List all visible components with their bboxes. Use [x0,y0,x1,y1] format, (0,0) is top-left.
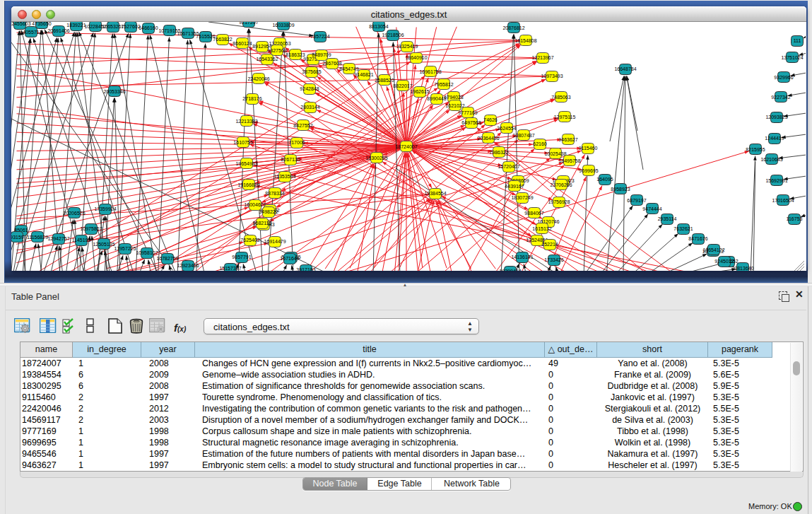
svg-text:93159: 93159 [11,235,24,240]
svg-text:7663822: 7663822 [213,37,232,42]
svg-text:1610755: 1610755 [233,140,252,145]
svg-text:20691406: 20691406 [47,28,69,33]
svg-text:8489709: 8489709 [312,52,331,57]
svg-text:2718176: 2718176 [242,96,261,101]
svg-text:6879197: 6879197 [627,198,646,203]
svg-text:6497568: 6497568 [461,120,481,125]
svg-text:10975867: 10975867 [80,226,102,231]
svg-text:9242848: 9242848 [300,86,319,91]
svg-text:12505135: 12505135 [93,242,114,247]
svg-text:22420046: 22420046 [247,76,269,81]
svg-text:8186323: 8186323 [286,52,305,57]
svg-text:1621022: 1621022 [445,103,464,108]
svg-text:9245012: 9245012 [714,259,734,264]
svg-text:19756928: 19756928 [548,199,570,204]
svg-text:16154808: 16154808 [514,38,536,43]
svg-text:16004676: 16004676 [244,202,266,207]
svg-text:9884067: 9884067 [524,211,543,216]
svg-text:8267130: 8267130 [281,157,300,162]
svg-text:19384554: 19384554 [424,191,446,196]
svg-text:18495758: 18495758 [558,158,580,163]
svg-text:20813640: 20813640 [731,266,753,271]
svg-text:12213967: 12213967 [531,55,553,60]
svg-text:8215955: 8215955 [746,147,765,152]
svg-text:1571644: 1571644 [280,256,299,261]
svg-text:9463627: 9463627 [558,137,577,142]
svg-text:9329966: 9329966 [774,75,793,80]
svg-text:16033809: 16033809 [272,23,294,28]
svg-text:3875685: 3875685 [302,69,321,74]
svg-text:717006: 717006 [288,140,305,145]
svg-text:15720407: 15720407 [498,164,519,169]
svg-text:164095: 164095 [596,177,613,182]
svg-text:7986322: 7986322 [489,150,508,155]
svg-text:3917183: 3917183 [296,267,315,271]
svg-text:3624554: 3624554 [497,126,516,131]
svg-text:12975115: 12975115 [554,115,576,119]
svg-text:8958923: 8958923 [611,187,630,192]
svg-text:23706266: 23706266 [550,182,572,187]
svg-text:19299464: 19299464 [499,269,521,271]
svg-text:10025438: 10025438 [544,151,566,156]
svg-text:22455603: 22455603 [11,22,31,26]
svg-text:4439167: 4439167 [505,184,524,189]
svg-text:10807487: 10807487 [512,133,534,138]
svg-text:8454749: 8454749 [339,66,358,71]
svg-text:1615132: 1615132 [532,226,551,231]
svg-text:252214: 252214 [541,242,558,247]
svg-text:8427552: 8427552 [293,123,312,128]
svg-text:11325419: 11325419 [396,44,418,49]
svg-text:17957225: 17957225 [114,246,136,251]
svg-text:18307249: 18307249 [511,195,533,200]
svg-text:16543362: 16543362 [256,57,278,62]
svg-text:2867608: 2867608 [322,61,341,66]
svg-text:7485063: 7485063 [551,95,570,100]
svg-text:19218506: 19218506 [382,33,404,37]
svg-text:9327503: 9327503 [267,48,286,53]
svg-text:20876812: 20876812 [502,25,524,30]
svg-text:1244419: 1244419 [765,136,784,141]
svg-text:10654122: 10654122 [702,247,724,252]
svg-text:18724007: 18724007 [395,144,417,149]
svg-text:111: 111 [794,38,801,43]
svg-text:15157347: 15157347 [219,266,241,271]
svg-text:9699695: 9699695 [579,168,598,173]
svg-text:2588520: 2588520 [375,78,394,83]
svg-text:9115460: 9115460 [579,146,598,151]
svg-text:1733426: 1733426 [544,257,563,262]
svg-text:8813054: 8813054 [369,24,388,29]
svg-text:18300295: 18300295 [365,156,387,160]
svg-text:16210643: 16210643 [760,157,782,162]
svg-text:8660124: 8660124 [233,41,252,46]
svg-text:17359924: 17359924 [94,206,116,211]
svg-text:8471676: 8471676 [688,236,707,241]
svg-text:8822017: 8822017 [393,83,412,88]
svg-text:4735650: 4735650 [32,22,51,26]
svg-text:9217207: 9217207 [239,22,258,25]
svg-text:116753: 116753 [787,216,803,221]
svg-text:7357224: 7357224 [310,34,329,39]
svg-text:9777169: 9777169 [458,110,477,115]
svg-text:6794028: 6794028 [444,95,463,100]
svg-text:20206576: 20206576 [63,211,85,216]
svg-text:11156829: 11156829 [27,235,48,240]
svg-text:16648784: 16648784 [614,66,636,71]
svg-text:74626: 74626 [483,117,498,122]
svg-text:14136141: 14136141 [511,255,533,259]
svg-text:9474444: 9474444 [642,206,661,211]
svg-text:10958107: 10958107 [136,250,158,255]
svg-text:62160: 62160 [533,141,547,146]
svg-text:12213383: 12213383 [235,119,257,124]
svg-text:18640910: 18640910 [405,55,427,60]
svg-text:9146821: 9146821 [354,72,373,77]
svg-text:6466160: 6466160 [139,25,158,30]
svg-text:1145193: 1145193 [72,238,91,243]
svg-text:1962615: 1962615 [410,89,429,94]
svg-text:3498222: 3498222 [259,209,278,214]
svg-text:12923466: 12923466 [177,263,199,268]
svg-text:7625402: 7625402 [240,238,259,243]
svg-text:19654933: 19654933 [235,161,257,166]
svg-text:14055712: 14055712 [20,30,42,35]
svg-text:12942757: 12942757 [47,236,69,241]
svg-text:1527602: 1527602 [121,24,140,29]
